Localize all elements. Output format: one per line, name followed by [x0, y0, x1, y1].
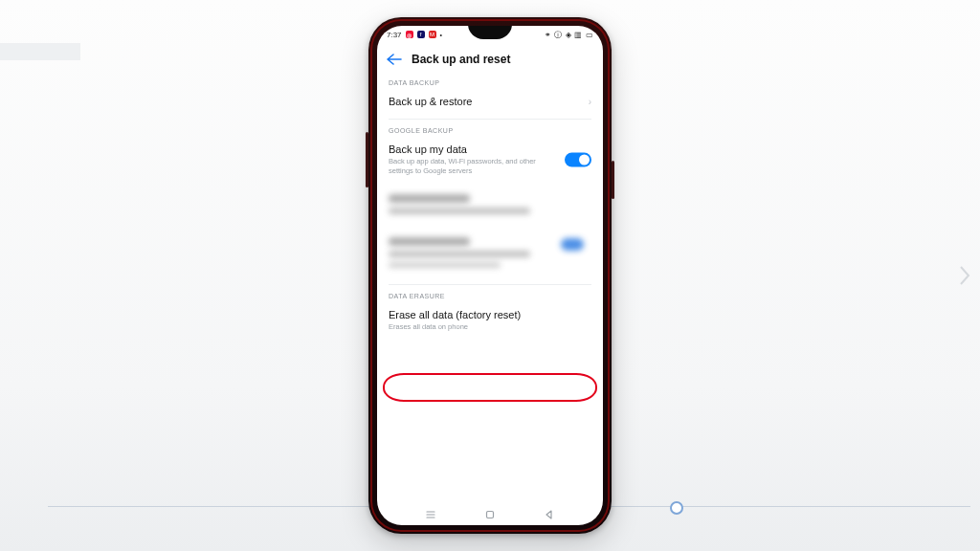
bg-panel — [0, 43, 80, 60]
carousel-next-icon[interactable] — [959, 265, 970, 286]
back-arrow-icon[interactable] — [387, 54, 402, 65]
row-subtitle: Back up app data, Wi-Fi passwords, and o… — [389, 157, 542, 176]
nav-home-icon[interactable] — [484, 509, 496, 520]
redacted-row-backup-account[interactable] — [377, 184, 603, 227]
row-title: Back up & restore — [389, 96, 591, 107]
chevron-right-icon: › — [589, 97, 591, 107]
section-label-google-backup: GOOGLE BACKUP — [377, 123, 603, 136]
android-nav-bar — [377, 504, 603, 525]
phone-screen: 7:37 ◍ f M • ⚭ ⓘ ◈ ▥ ▭ Back up and reset… — [377, 26, 603, 525]
status-time: 7:37 — [387, 31, 402, 39]
row-title: Back up my data — [389, 143, 591, 155]
status-m-icon: M — [429, 31, 436, 38]
phone-shadow — [394, 534, 586, 549]
app-header: Back up and reset — [377, 43, 603, 76]
nav-recent-icon[interactable] — [425, 509, 436, 520]
row-backup-my-data[interactable]: Back up my data Back up app data, Wi-Fi … — [377, 136, 603, 184]
status-app-icon: ◍ — [406, 31, 413, 38]
status-dot-icon: • — [440, 32, 442, 38]
bluetooth-icon: ⚭ — [545, 31, 552, 39]
row-subtitle: Erases all data on phone — [389, 322, 542, 332]
toggle-backup-my-data[interactable] — [565, 152, 591, 166]
section-label-data-backup: DATA BACKUP — [377, 76, 603, 88]
phone-mockup: 7:37 ◍ f M • ⚭ ⓘ ◈ ▥ ▭ Back up and reset… — [368, 17, 612, 534]
status-fb-icon: f — [417, 31, 425, 38]
row-erase-all-data[interactable]: Erase all data (factory reset) Erases al… — [377, 301, 603, 340]
row-backup-restore[interactable]: Back up & restore › — [377, 88, 603, 115]
nav-back-icon[interactable] — [544, 509, 555, 520]
redacted-toggle[interactable] — [561, 238, 584, 251]
svg-rect-0 — [487, 512, 494, 518]
battery-icon: ▭ — [586, 31, 594, 39]
status-left: 7:37 ◍ f M • — [387, 31, 442, 39]
power-button — [612, 161, 614, 199]
divider — [389, 284, 591, 285]
row-title: Erase all data (factory reset) — [389, 309, 591, 320]
divider — [389, 119, 591, 120]
status-right: ⚭ ⓘ ◈ ▥ ▭ — [545, 30, 594, 40]
signal-icon: ▥ — [574, 31, 583, 39]
section-label-data-erasure: DATA ERASURE — [377, 289, 603, 301]
annotation-highlight — [383, 373, 597, 402]
redacted-row-automatic-restore[interactable] — [377, 227, 603, 280]
page-title: Back up and reset — [412, 53, 510, 66]
dnd-icon: ⓘ — [554, 30, 563, 40]
wifi-icon: ◈ — [566, 31, 572, 39]
volume-button — [366, 132, 368, 187]
